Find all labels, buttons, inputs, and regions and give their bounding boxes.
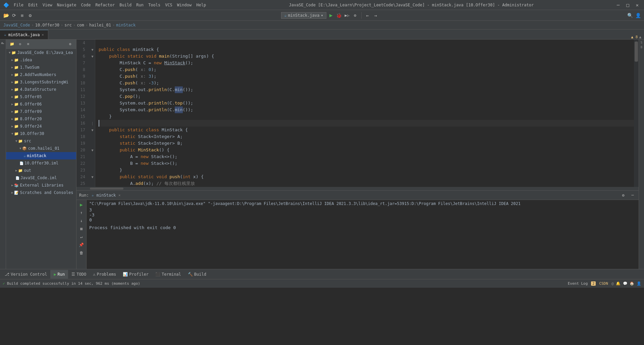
- run-panel-settings[interactable]: ⚙: [620, 192, 627, 199]
- run-stop-btn[interactable]: ■: [78, 225, 85, 232]
- project-toolbar-sync[interactable]: ⊙: [17, 41, 23, 48]
- project-toolbar-collapse[interactable]: ≡: [25, 41, 32, 48]
- tree-datastructure[interactable]: ▶ 📁 4.DataStructure: [6, 86, 76, 93]
- menu-vcs[interactable]: VCS: [163, 2, 174, 8]
- run-panel-minimize[interactable]: ─: [629, 192, 636, 199]
- tree-offer09[interactable]: ▶ 📁 7.Offer09: [6, 108, 76, 115]
- tree-idea[interactable]: ▶ 📁 .idea: [6, 56, 76, 64]
- notification-count[interactable]: 2: [591, 281, 596, 286]
- tree-com-hailei[interactable]: ▼ 📦 com.hailei_01: [6, 145, 76, 152]
- breadcrumb-offer30[interactable]: 10.Offer30: [35, 23, 59, 27]
- status-message: Build completed successfully in 14 sec, …: [7, 281, 140, 286]
- scrollbar-thumb[interactable]: [635, 42, 638, 62]
- com-label: com.hailei_01: [28, 146, 59, 151]
- forward-btn[interactable]: →: [372, 12, 379, 19]
- settings-btn[interactable]: ⚙: [27, 12, 34, 19]
- menu-build[interactable]: Build: [117, 2, 133, 8]
- tab-todo[interactable]: ☰ TODO: [68, 270, 90, 279]
- tab-profiler[interactable]: 📊 Profiler: [119, 270, 152, 279]
- run-button[interactable]: ▶: [328, 12, 334, 19]
- run-restart-btn[interactable]: ▶: [78, 201, 85, 208]
- folder-btn[interactable]: 📂: [3, 12, 9, 19]
- tree-offer06[interactable]: ▶ 📁 6.Offer06: [6, 100, 76, 108]
- tree-root[interactable]: ▼ 📁 JavaSE_Code E:\Java_Lea: [6, 49, 76, 56]
- editor-scrollbar[interactable]: [634, 40, 639, 187]
- tree-main-iml[interactable]: 📄 JavaSE_Code.iml: [6, 174, 76, 182]
- tab-minstack[interactable]: ☕ minStack.java ✕: [0, 30, 48, 39]
- linenum-12: 12: [76, 93, 87, 100]
- menu-edit[interactable]: Edit: [26, 2, 40, 8]
- run-tab-close[interactable]: ✕: [118, 193, 120, 197]
- menu-window[interactable]: Window: [175, 2, 194, 8]
- fold-btn-20[interactable]: ▼: [90, 147, 95, 153]
- event-log-label[interactable]: Event Log: [568, 281, 588, 286]
- project-icon[interactable]: P: [1, 42, 5, 44]
- tab-run[interactable]: ▶ Run: [50, 270, 68, 279]
- code-editor[interactable]: public class minStack { public static vo…: [95, 40, 634, 187]
- tab-build[interactable]: 🔨 Build: [184, 270, 210, 279]
- tree-external-libs[interactable]: ▶ 📚 External Libraries: [6, 182, 76, 189]
- fold-btn-6[interactable]: ▼: [90, 53, 95, 60]
- run-wrap-btn[interactable]: ↵: [78, 233, 85, 240]
- tree-twosum[interactable]: ▶ 📁 1.TwoSum: [6, 64, 76, 71]
- menu-tools[interactable]: Tools: [146, 2, 162, 8]
- tab-terminal[interactable]: ⬛ Terminal: [152, 270, 184, 279]
- breadcrumb-com[interactable]: com: [77, 23, 84, 27]
- tab-close-btn[interactable]: ✕: [42, 33, 44, 37]
- tree-scratches[interactable]: ▶ 📝 Scratches and Consoles: [6, 189, 76, 196]
- tab-problems[interactable]: ⚠ Problems: [90, 270, 119, 279]
- tab-version-control[interactable]: ⎇ Version Control: [1, 270, 50, 279]
- tree-offer30[interactable]: ▼ 📁 10.Offer30: [6, 130, 76, 137]
- tree-offer05[interactable]: ▶ 📁 5.Offer05: [6, 93, 76, 100]
- back-btn[interactable]: ←: [364, 12, 371, 19]
- menu-file[interactable]: File: [12, 2, 25, 8]
- fold-btn-24[interactable]: ▼: [90, 174, 95, 180]
- fold-btn-17[interactable]: ▼: [90, 127, 95, 133]
- coverage-button[interactable]: ▶▷: [344, 12, 351, 19]
- more-run-btn[interactable]: ⚙: [352, 12, 359, 19]
- run-scroll-up-btn[interactable]: ↑: [78, 209, 85, 216]
- chevron-down-icon: ▾: [321, 13, 323, 18]
- menu-help[interactable]: Help: [194, 2, 208, 8]
- tree-src[interactable]: ▼ 📁 src: [6, 137, 76, 145]
- fold-btn-5[interactable]: ▼: [90, 46, 95, 53]
- project-toolbar-settings[interactable]: ⚙: [67, 41, 73, 48]
- app-icon: 🔷: [3, 2, 9, 8]
- run-tab-label[interactable]: minStack: [97, 193, 116, 198]
- menu-run[interactable]: Run: [134, 2, 146, 8]
- breadcrumb-project[interactable]: JavaSE_Code: [3, 23, 30, 27]
- breadcrumb-src[interactable]: src: [64, 23, 72, 27]
- run-pin-btn[interactable]: 📌: [78, 242, 85, 248]
- run-config-selector[interactable]: ☕ minStack.java ▾: [281, 12, 326, 19]
- run-trash-btn[interactable]: 🗑: [78, 250, 85, 256]
- editor-content[interactable]: 4 5 6 7 8 9 10 11 12 13 14 15 16 17 18 1…: [76, 40, 639, 187]
- tree-iml[interactable]: 📄 10.Offer30.iml: [6, 159, 76, 167]
- menu-refactor[interactable]: Refactor: [93, 2, 117, 8]
- tree-minstack[interactable]: ☕ minStack: [6, 152, 76, 159]
- project-toolbar-folder[interactable]: 📁: [9, 41, 15, 48]
- warning-chevron-up[interactable]: ▲: [639, 35, 641, 39]
- menu-view[interactable]: View: [41, 2, 54, 8]
- tree-addtwo[interactable]: ▶ 📁 2.AddTwoNumbers: [6, 71, 76, 78]
- breadcrumb-hailei[interactable]: hailei_01: [89, 23, 111, 27]
- editor-hscrollbar[interactable]: [76, 187, 639, 190]
- hscrollbar-thumb[interactable]: [90, 188, 123, 190]
- menu-navigate[interactable]: Navigate: [55, 2, 78, 8]
- user-btn[interactable]: 👤: [635, 12, 641, 19]
- right-icon-2[interactable]: B: [641, 46, 642, 49]
- maximize-button[interactable]: □: [624, 2, 631, 8]
- search-everywhere-btn[interactable]: 🔍: [627, 12, 633, 19]
- breadcrumb-minstack[interactable]: minStack: [116, 23, 136, 27]
- tree-offer20[interactable]: ▶ 📁 8.Offer20: [6, 115, 76, 123]
- minimize-button[interactable]: ─: [615, 2, 622, 8]
- collapse-btn[interactable]: ≡: [19, 12, 25, 19]
- menu-code[interactable]: Code: [79, 2, 93, 8]
- close-button[interactable]: ✕: [634, 2, 641, 8]
- tree-offer24[interactable]: ▶ 📁 9.Offer24: [6, 123, 76, 130]
- tree-longest[interactable]: ▶ 📁 3.LongestSubstringWi: [6, 78, 76, 86]
- tree-out[interactable]: ▶ 📁 out: [6, 167, 76, 174]
- sync-btn[interactable]: ⟳: [11, 12, 17, 19]
- debug-button[interactable]: 🐞: [336, 12, 342, 19]
- run-scroll-down-btn[interactable]: ↓: [78, 217, 85, 224]
- right-icon-1[interactable]: S: [641, 41, 642, 44]
